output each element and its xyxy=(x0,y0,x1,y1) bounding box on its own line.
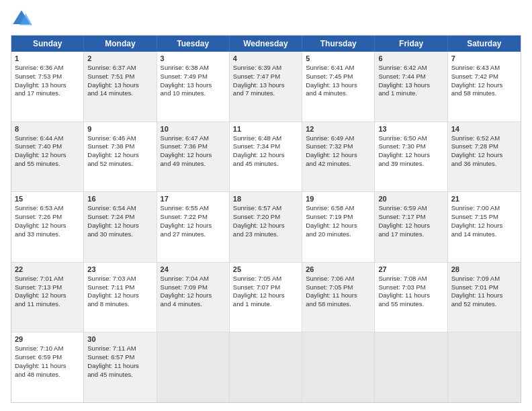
cell-info-line: Sunset: 7:30 PM xyxy=(378,142,443,151)
day-number: 11 xyxy=(233,125,298,133)
day-number: 9 xyxy=(87,125,152,133)
cell-info-line: Sunset: 7:36 PM xyxy=(161,142,226,151)
cell-info-line: Sunrise: 6:49 AM xyxy=(306,134,371,143)
cell-info-line: Sunset: 7:03 PM xyxy=(378,283,443,292)
cell-info-line: Sunset: 7:15 PM xyxy=(451,213,517,222)
day-cell-26: 26Sunrise: 7:06 AMSunset: 7:05 PMDayligh… xyxy=(302,263,375,332)
cell-info-line: and 11 minutes. xyxy=(15,300,80,309)
cell-info-line: Sunset: 7:01 PM xyxy=(451,283,517,292)
cell-info-line: and 39 minutes. xyxy=(378,160,443,169)
cell-info-line: Sunset: 7:28 PM xyxy=(451,142,517,151)
day-number: 7 xyxy=(451,54,517,62)
cell-info-line: Sunset: 7:19 PM xyxy=(306,213,371,222)
cell-info-line: Daylight: 13 hours xyxy=(161,81,226,90)
logo-icon xyxy=(11,8,32,30)
cell-info-line: Sunset: 7:34 PM xyxy=(233,142,298,151)
day-cell-empty xyxy=(302,332,375,402)
day-number: 25 xyxy=(233,265,298,273)
day-cell-25: 25Sunrise: 7:05 AMSunset: 7:07 PMDayligh… xyxy=(230,263,302,332)
cell-info-line: Daylight: 12 hours xyxy=(451,81,517,90)
cell-info-line: Daylight: 12 hours xyxy=(378,151,443,160)
day-number: 14 xyxy=(451,125,517,133)
cell-info-line: Sunrise: 6:58 AM xyxy=(306,204,371,213)
cell-info-line: Daylight: 11 hours xyxy=(87,362,152,371)
day-number: 29 xyxy=(15,335,80,343)
day-cell-5: 5Sunrise: 6:41 AMSunset: 7:45 PMDaylight… xyxy=(302,52,375,122)
cell-info-line: and 14 minutes. xyxy=(451,230,517,239)
cell-info-line: Sunset: 7:24 PM xyxy=(87,213,152,222)
cell-info-line: Daylight: 12 hours xyxy=(306,222,371,230)
day-header-thursday: Thursday xyxy=(302,36,375,52)
cell-info-line: Sunset: 7:07 PM xyxy=(233,283,298,292)
day-number: 15 xyxy=(15,195,80,203)
day-cell-24: 24Sunrise: 7:04 AMSunset: 7:09 PMDayligh… xyxy=(157,263,230,332)
cell-info-line: Sunrise: 6:39 AM xyxy=(233,64,298,73)
day-cell-6: 6Sunrise: 6:42 AMSunset: 7:44 PMDaylight… xyxy=(375,52,447,122)
calendar-body: 1Sunrise: 6:36 AMSunset: 7:53 PMDaylight… xyxy=(11,52,521,402)
cell-info-line: Sunset: 7:45 PM xyxy=(306,73,371,81)
cell-info-line: Sunrise: 7:01 AM xyxy=(15,275,80,283)
day-cell-empty xyxy=(230,332,302,402)
day-number: 2 xyxy=(87,54,152,62)
day-header-friday: Friday xyxy=(375,36,447,52)
day-header-wednesday: Wednesday xyxy=(230,36,302,52)
cell-info-line: Sunset: 7:42 PM xyxy=(451,73,517,81)
cell-info-line: and 8 minutes. xyxy=(87,300,152,309)
day-cell-14: 14Sunrise: 6:52 AMSunset: 7:28 PMDayligh… xyxy=(448,122,521,192)
cell-info-line: Sunset: 7:05 PM xyxy=(306,283,371,292)
cell-info-line: Daylight: 13 hours xyxy=(15,81,80,90)
day-number: 17 xyxy=(161,195,226,203)
day-number: 20 xyxy=(378,195,443,203)
cell-info-line: Daylight: 12 hours xyxy=(451,222,517,230)
day-number: 8 xyxy=(15,125,80,133)
cell-info-line: Sunrise: 6:41 AM xyxy=(306,64,371,73)
day-cell-27: 27Sunrise: 7:08 AMSunset: 7:03 PMDayligh… xyxy=(375,263,447,332)
day-cell-1: 1Sunrise: 6:36 AMSunset: 7:53 PMDaylight… xyxy=(11,52,84,122)
cell-info-line: Sunrise: 6:38 AM xyxy=(161,64,226,73)
logo xyxy=(11,8,35,30)
cell-info-line: Sunrise: 6:46 AM xyxy=(87,134,152,143)
calendar-week-4: 22Sunrise: 7:01 AMSunset: 7:13 PMDayligh… xyxy=(11,262,521,332)
calendar-header: SundayMondayTuesdayWednesdayThursdayFrid… xyxy=(11,36,521,52)
day-cell-28: 28Sunrise: 7:09 AMSunset: 7:01 PMDayligh… xyxy=(448,263,521,332)
cell-info-line: and 52 minutes. xyxy=(87,160,152,169)
cell-info-line: Sunset: 7:44 PM xyxy=(378,73,443,81)
cell-info-line: and 55 minutes. xyxy=(378,300,443,309)
header xyxy=(11,8,521,30)
day-number: 22 xyxy=(15,265,80,273)
cell-info-line: Sunrise: 6:59 AM xyxy=(378,204,443,213)
cell-info-line: and 4 minutes. xyxy=(161,300,226,309)
cell-info-line: Daylight: 12 hours xyxy=(161,291,226,300)
cell-info-line: Daylight: 12 hours xyxy=(161,151,226,160)
cell-info-line: Sunrise: 7:05 AM xyxy=(233,275,298,283)
day-number: 27 xyxy=(378,265,443,273)
page: SundayMondayTuesdayWednesdayThursdayFrid… xyxy=(0,0,532,411)
cell-info-line: and 27 minutes. xyxy=(161,230,226,239)
cell-info-line: and 36 minutes. xyxy=(451,160,517,169)
cell-info-line: and 52 minutes. xyxy=(451,300,517,309)
cell-info-line: Sunset: 6:57 PM xyxy=(87,353,152,362)
day-number: 5 xyxy=(306,54,371,62)
day-number: 19 xyxy=(306,195,371,203)
cell-info-line: Daylight: 11 hours xyxy=(306,291,371,300)
day-cell-17: 17Sunrise: 6:55 AMSunset: 7:22 PMDayligh… xyxy=(157,192,230,262)
cell-info-line: Sunset: 7:49 PM xyxy=(161,73,226,81)
cell-info-line: and 10 minutes. xyxy=(161,89,226,98)
cell-info-line: Daylight: 12 hours xyxy=(87,222,152,230)
day-cell-23: 23Sunrise: 7:03 AMSunset: 7:11 PMDayligh… xyxy=(84,263,157,332)
cell-info-line: Sunrise: 7:11 AM xyxy=(87,345,152,353)
day-number: 13 xyxy=(378,125,443,133)
cell-info-line: Sunrise: 6:43 AM xyxy=(451,64,517,73)
cell-info-line: and 49 minutes. xyxy=(161,160,226,169)
cell-info-line: Sunrise: 7:06 AM xyxy=(306,275,371,283)
day-cell-22: 22Sunrise: 7:01 AMSunset: 7:13 PMDayligh… xyxy=(11,263,84,332)
cell-info-line: Sunrise: 7:04 AM xyxy=(161,275,226,283)
cell-info-line: Sunrise: 6:48 AM xyxy=(233,134,298,143)
cell-info-line: and 4 minutes. xyxy=(306,89,371,98)
day-cell-empty xyxy=(157,332,230,402)
cell-info-line: and 58 minutes. xyxy=(451,89,517,98)
cell-info-line: and 23 minutes. xyxy=(233,230,298,239)
cell-info-line: and 42 minutes. xyxy=(306,160,371,169)
cell-info-line: Sunrise: 7:10 AM xyxy=(15,345,80,353)
day-cell-12: 12Sunrise: 6:49 AMSunset: 7:32 PMDayligh… xyxy=(302,122,375,192)
